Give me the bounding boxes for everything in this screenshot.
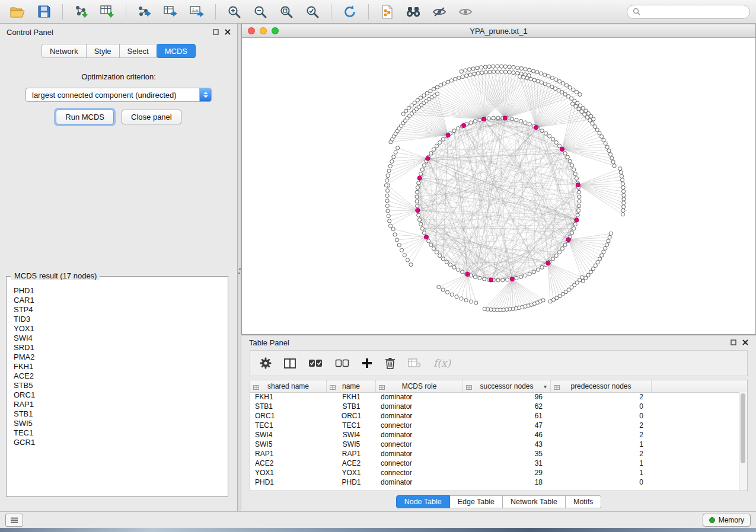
open-file-button[interactable] [6,2,30,21]
column-header-successor_nodes[interactable]: successor nodes▾ [463,380,551,392]
close-panel-icon[interactable] [742,339,748,345]
cell-successor_nodes[interactable]: 31 [463,459,551,467]
zoom-fit-button[interactable] [275,2,298,21]
share-document-button[interactable] [375,2,399,21]
cell-shared_name[interactable]: TEC1 [250,421,327,430]
cell-shared_name[interactable]: SWI4 [250,431,327,439]
scrollbar-thumb[interactable] [741,393,745,463]
table-scrollbar[interactable] [739,392,747,491]
window-close-button[interactable] [248,27,255,34]
cell-successor_nodes[interactable]: 18 [463,478,551,486]
mcds-result-item[interactable]: RAP1 [14,400,227,409]
export-table-button[interactable] [159,2,183,21]
cell-mcds_role[interactable]: dominator [376,393,463,401]
cell-name[interactable]: FKH1 [327,393,376,401]
mcds-result-item[interactable]: TID3 [14,315,227,324]
delete-column-button[interactable] [385,357,395,369]
tab-motifs[interactable]: Motifs [566,495,601,508]
search-network-button[interactable] [401,2,425,21]
cell-name[interactable]: PHD1 [327,478,376,486]
cell-predecessor_nodes[interactable]: 1 [551,459,652,467]
cell-shared_name[interactable]: SWI5 [250,440,327,448]
export-network-button[interactable] [133,2,157,21]
mcds-result-item[interactable]: TEC1 [14,428,227,438]
cell-predecessor_nodes[interactable]: 1 [551,469,652,477]
cell-mcds_role[interactable]: dominator [376,412,463,420]
float-panel-icon[interactable] [213,29,219,35]
cell-name[interactable]: YOX1 [327,469,376,477]
network-graph-svg[interactable] [242,38,755,334]
table-row[interactable]: ACE2ACE2connector311 [250,459,739,468]
cell-successor_nodes[interactable]: 46 [463,431,551,439]
mcds-result-item[interactable]: CAR1 [14,296,227,305]
mcds-result-item[interactable]: STP4 [14,305,227,315]
mcds-result-item[interactable]: SRD1 [14,343,227,352]
cell-name[interactable]: SWI4 [327,431,376,439]
status-menu-button[interactable] [5,514,23,527]
cell-name[interactable]: STB1 [327,402,376,411]
window-minimize-button[interactable] [260,27,267,34]
select-all-button[interactable] [308,358,323,368]
close-panel-button[interactable]: Close panel [122,110,181,124]
cell-successor_nodes[interactable]: 61 [463,412,551,420]
save-button[interactable] [32,2,56,21]
vertical-splitter[interactable]: ◂▸ [237,24,241,511]
cell-name[interactable]: TEC1 [327,421,376,430]
hide-details-button[interactable] [428,2,451,21]
table-row[interactable]: YOX1YOX1connector291 [250,468,739,477]
mcds-result-item[interactable]: STB1 [14,409,227,419]
cell-successor_nodes[interactable]: 35 [463,450,551,458]
column-header-mcds_role[interactable]: MCDS role [376,380,463,392]
cell-mcds_role[interactable]: connector [376,421,463,430]
table-row[interactable]: SWI4SWI4dominator462 [250,430,739,440]
function-builder-button[interactable]: f(x) [433,357,451,369]
export-image-button[interactable] [185,2,209,21]
network-window-titlebar[interactable]: YPA_prune.txt_1 [242,24,755,38]
cell-successor_nodes[interactable]: 43 [463,440,551,448]
tab-edge-table[interactable]: Edge Table [450,495,503,508]
mcds-result-item[interactable]: SWI5 [14,419,227,428]
table-row[interactable]: RAP1RAP1dominator352 [250,449,739,459]
cell-predecessor_nodes[interactable]: 0 [551,478,652,486]
table-row[interactable]: FKH1FKH1dominator962 [250,392,739,402]
cell-mcds_role[interactable]: dominator [376,431,463,439]
search-box[interactable] [627,5,750,19]
cell-successor_nodes[interactable]: 62 [463,402,551,411]
tab-style[interactable]: Style [86,44,120,58]
import-table-button[interactable] [95,2,119,21]
cell-name[interactable]: SWI5 [327,440,376,448]
tab-network-table[interactable]: Network Table [503,495,566,508]
add-column-button[interactable] [362,358,372,368]
window-maximize-button[interactable] [272,27,279,34]
close-panel-icon[interactable] [225,29,231,35]
cell-predecessor_nodes[interactable]: 0 [551,402,652,411]
mcds-result-item[interactable]: GCR1 [14,438,227,447]
column-header-shared_name[interactable]: shared name [250,380,327,392]
cell-shared_name[interactable]: FKH1 [250,393,327,401]
cell-predecessor_nodes[interactable]: 0 [551,412,652,420]
memory-button[interactable]: Memory [703,514,751,527]
cell-shared_name[interactable]: STB1 [250,402,327,411]
mcds-result-item[interactable]: YOX1 [14,324,227,334]
cell-name[interactable]: ACE2 [327,459,376,467]
tab-node-table[interactable]: Node Table [396,495,450,508]
cell-shared_name[interactable]: PHD1 [250,478,327,486]
show-columns-button[interactable] [284,358,296,368]
cell-mcds_role[interactable]: connector [376,459,463,467]
cell-successor_nodes[interactable]: 29 [463,469,551,477]
run-mcds-button[interactable]: Run MCDS [56,110,114,124]
import-network-button[interactable] [69,2,93,21]
mcds-result-item[interactable]: FKH1 [14,362,227,371]
column-header-predecessor_nodes[interactable]: predecessor nodes [551,380,652,392]
mcds-result-list[interactable]: PHD1CAR1STP4TID3YOX1SWI4SRD1PMA2FKH1ACE2… [8,284,227,495]
table-row[interactable]: STB1STB1dominator620 [250,402,739,411]
zoom-selected-button[interactable] [301,2,324,21]
tab-network[interactable]: Network [42,44,87,58]
search-input[interactable] [643,7,744,17]
cell-shared_name[interactable]: ORC1 [250,412,327,420]
cell-mcds_role[interactable]: dominator [376,478,463,486]
mcds-result-item[interactable]: PHD1 [14,286,227,296]
criterion-dropdown[interactable]: largest connected component (undirected) [25,88,212,102]
cell-mcds_role[interactable]: dominator [376,402,463,411]
cell-mcds_role[interactable]: dominator [376,450,463,458]
